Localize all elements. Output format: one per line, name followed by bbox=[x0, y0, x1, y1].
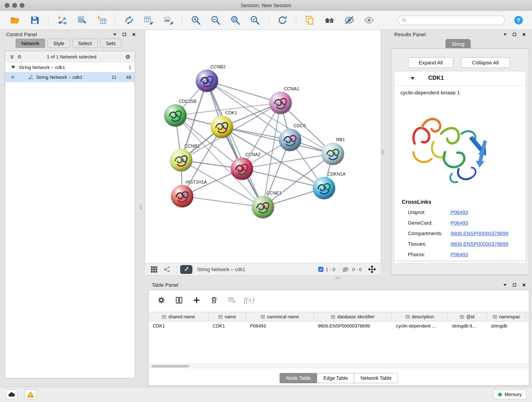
column-header-name[interactable]: name bbox=[209, 312, 246, 321]
network-row[interactable]: String Network – cdk1 11 48 bbox=[5, 72, 135, 82]
table-cell[interactable]: cyclin-dependent ... bbox=[392, 321, 448, 330]
network-canvas[interactable]: CCNB2CCNA1CDC25BCDK1CDC6RB1CCNB1CCNA2CDK… bbox=[145, 30, 381, 263]
table-cell[interactable]: stringdb bbox=[487, 321, 526, 330]
crosslink-link[interactable]: P06493 bbox=[451, 210, 468, 215]
table-cell[interactable]: 9606.ENSP00000378699 bbox=[314, 321, 392, 330]
node-label-ccna2: CCNA2 bbox=[245, 152, 260, 157]
export-image-icon[interactable] bbox=[162, 14, 174, 26]
crosslink-link[interactable]: P06493 bbox=[451, 220, 468, 226]
node-ccne1[interactable] bbox=[252, 196, 274, 218]
node-hist1h1a[interactable] bbox=[171, 185, 193, 207]
refresh-icon[interactable] bbox=[276, 14, 288, 26]
float-results-icon[interactable] bbox=[502, 32, 508, 37]
node-ccnb2[interactable] bbox=[196, 70, 218, 92]
table-cell[interactable]: CDK1 bbox=[209, 321, 246, 330]
table-options-gear-icon[interactable] bbox=[155, 294, 167, 306]
collection-expander-icon[interactable] bbox=[11, 66, 15, 69]
cloud-button[interactable] bbox=[6, 389, 18, 400]
collapse-all-networks-icon[interactable] bbox=[9, 54, 15, 59]
network-collection-row[interactable]: String Network – cdk1 1 bbox=[5, 62, 135, 72]
edge-h1-e1[interactable] bbox=[182, 196, 263, 207]
tab-network-table[interactable]: Network Table bbox=[354, 373, 398, 383]
save-session-icon[interactable] bbox=[28, 14, 41, 26]
hide-selected-icon[interactable] bbox=[343, 14, 355, 26]
column-label: namespac bbox=[499, 314, 520, 319]
collapse-all-button[interactable]: Collapse All bbox=[461, 57, 510, 68]
node-rb1[interactable] bbox=[322, 143, 344, 165]
edge-a2-k1a[interactable] bbox=[242, 169, 324, 188]
crosslink-link[interactable]: 9606.ENSP00000378699 bbox=[451, 230, 508, 236]
edge-b2-e1[interactable] bbox=[207, 81, 263, 207]
show-all-icon[interactable] bbox=[363, 14, 375, 26]
import-table-icon[interactable] bbox=[95, 14, 108, 26]
close-panel-icon[interactable] bbox=[131, 32, 137, 37]
open-session-icon[interactable] bbox=[9, 14, 21, 26]
network-from-public-databases-icon[interactable] bbox=[123, 14, 135, 26]
float-panel-icon[interactable] bbox=[112, 32, 118, 37]
open-in-new-window-icon[interactable] bbox=[180, 265, 192, 274]
crosslink-link[interactable]: P06493 bbox=[451, 251, 468, 257]
node-ccna1[interactable] bbox=[269, 92, 292, 114]
column-header-namespac[interactable]: namespac bbox=[487, 312, 526, 321]
node-ccnb1[interactable] bbox=[170, 149, 192, 172]
home-pages-icon[interactable] bbox=[323, 14, 336, 26]
tab-string[interactable]: String bbox=[445, 39, 471, 48]
memory-button[interactable]: Memory bbox=[493, 389, 526, 400]
crosslinks-title: CrossLinks bbox=[402, 199, 431, 205]
zoom-fit-icon[interactable] bbox=[229, 14, 241, 26]
selected-nodes-checkbox[interactable] bbox=[318, 267, 323, 272]
zoom-in-icon[interactable] bbox=[190, 14, 202, 26]
node-ccna2[interactable] bbox=[231, 157, 253, 180]
network-share-icon[interactable] bbox=[162, 264, 172, 274]
close-table-icon[interactable] bbox=[521, 282, 527, 288]
network-options-gear-icon[interactable] bbox=[125, 54, 131, 59]
show-columns-icon[interactable] bbox=[173, 294, 184, 306]
protein-expander-icon[interactable] bbox=[411, 77, 415, 80]
column-header-shared-name[interactable]: shared name bbox=[149, 312, 209, 321]
tab-network[interactable]: Network bbox=[16, 39, 45, 48]
close-results-icon[interactable] bbox=[521, 32, 527, 37]
column-header-canonical-name[interactable]: canonical name bbox=[246, 312, 314, 321]
crosslink-link[interactable]: 9606.ENSP00000378699 bbox=[451, 241, 508, 247]
tab-edge-table[interactable]: Edge Table bbox=[317, 373, 354, 383]
column-header-description[interactable]: description bbox=[392, 312, 448, 321]
node-cdc6[interactable] bbox=[279, 128, 301, 151]
expand-all-button[interactable]: Expand All bbox=[408, 57, 453, 68]
left-splitter-handle[interactable] bbox=[140, 204, 142, 210]
zoom-selected-icon[interactable] bbox=[249, 14, 261, 26]
help-icon[interactable]: ? bbox=[512, 14, 525, 26]
table-cell[interactable]: stringdb:9... bbox=[448, 321, 487, 330]
tab-style[interactable]: Style bbox=[48, 39, 70, 48]
copy-icon[interactable] bbox=[304, 14, 316, 26]
pan-crosshair-icon[interactable] bbox=[367, 264, 376, 274]
float-table-icon[interactable] bbox=[502, 282, 508, 288]
scrollbar-thumb[interactable] bbox=[151, 365, 189, 368]
right-splitter-handle[interactable] bbox=[382, 150, 384, 155]
tab-select[interactable]: Select bbox=[72, 39, 98, 48]
delete-column-trash-icon[interactable] bbox=[208, 294, 220, 306]
table-cell[interactable]: P06493 bbox=[246, 321, 314, 330]
column-header--id[interactable]: @id bbox=[448, 312, 487, 321]
export-table-icon[interactable] bbox=[143, 14, 155, 26]
protein-card-header[interactable]: CDK1 bbox=[394, 71, 526, 86]
expand-all-networks-icon[interactable] bbox=[17, 54, 22, 59]
zoom-out-icon[interactable] bbox=[209, 14, 222, 26]
maximize-panel-icon[interactable] bbox=[121, 32, 127, 37]
bottom-splitter-handle[interactable] bbox=[335, 277, 341, 279]
birds-eye-view-icon[interactable] bbox=[149, 264, 159, 274]
create-column-plus-icon[interactable] bbox=[191, 294, 202, 306]
import-network-file-icon[interactable] bbox=[56, 14, 68, 26]
warnings-button[interactable] bbox=[25, 389, 37, 400]
column-header-database-identifier[interactable]: database identifier bbox=[314, 312, 392, 321]
results-scrollbar[interactable] bbox=[396, 260, 525, 262]
tab-node-table[interactable]: Node Table bbox=[279, 373, 317, 383]
tab-sets[interactable]: Sets bbox=[100, 39, 121, 48]
table-cell[interactable]: CDK1 bbox=[149, 321, 209, 330]
search-input[interactable] bbox=[407, 17, 501, 23]
node-cdc25b[interactable] bbox=[164, 104, 187, 127]
maximize-table-icon[interactable] bbox=[512, 282, 517, 288]
node-cdk1[interactable] bbox=[211, 116, 233, 138]
node-cdkn1a[interactable] bbox=[313, 177, 335, 199]
import-network-database-icon[interactable] bbox=[76, 14, 88, 26]
maximize-results-icon[interactable] bbox=[512, 32, 517, 37]
